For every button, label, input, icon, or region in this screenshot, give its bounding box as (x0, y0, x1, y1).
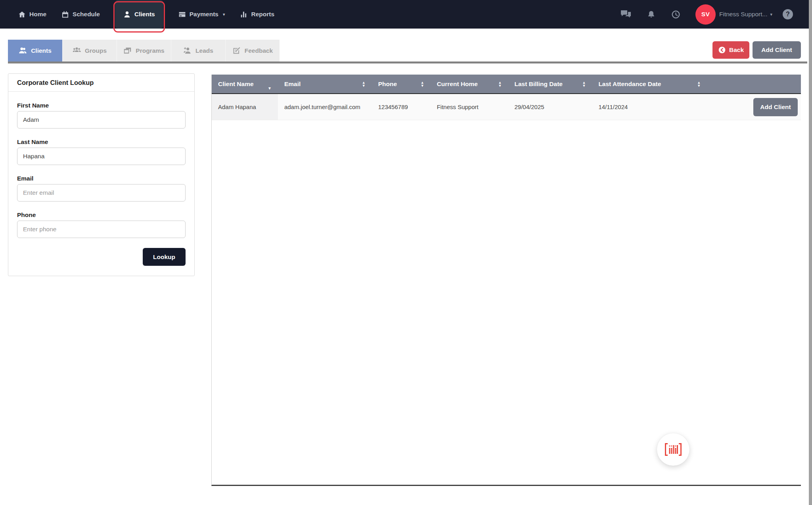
cell-last-attendance-date: 14/11/2024 (592, 94, 707, 120)
back-button-label: Back (729, 46, 744, 54)
corporate-client-lookup-card: Corporate Client Lookup First Name Last … (8, 73, 195, 276)
nav-menu: Home Schedule Clients Payments ▾ Reports (0, 0, 274, 29)
phone-field-group: Phone (17, 211, 186, 238)
phone-input[interactable] (17, 221, 186, 238)
chevron-down-icon: ▾ (223, 12, 225, 17)
back-button[interactable]: Back (712, 41, 749, 59)
cell-actions: Add Client (707, 94, 801, 120)
home-icon (18, 11, 26, 18)
card-body: First Name Last Name Email Phone Lookup (8, 92, 194, 276)
cell-client-name: Adam Hapana (212, 94, 278, 120)
column-header-email[interactable]: Email ▲▼ (278, 75, 372, 93)
edit-note-icon (232, 46, 241, 55)
nav-item-schedule[interactable]: Schedule (61, 11, 100, 18)
person-plus-icon (183, 46, 192, 55)
tabs-divider (8, 61, 807, 63)
help-button[interactable]: ? (783, 9, 793, 19)
column-label: Last Attendance Date (598, 81, 661, 88)
chat-button[interactable] (620, 10, 631, 19)
nav-item-clients[interactable]: Clients (115, 0, 163, 29)
add-client-button-label: Add Client (761, 46, 792, 54)
tab-feedback[interactable]: Feedback (225, 40, 280, 61)
email-field-group: Email (17, 175, 186, 202)
nav-item-label: Reports (251, 11, 274, 18)
cell-last-billing-date: 29/04/2025 (508, 94, 592, 120)
credit-card-icon (178, 11, 186, 18)
sub-tabs: Clients Groups Programs Leads Feedback (8, 40, 280, 61)
cell-email: adam.joel.turner@gmail.com (278, 94, 372, 120)
table-row: Adam Hapana adam.joel.turner@gmail.com 1… (212, 94, 801, 120)
column-header-current-home[interactable]: Current Home ▲▼ (431, 75, 508, 93)
calendar-icon (61, 11, 69, 18)
barcode-scan-icon (664, 443, 682, 456)
column-label: Client Name (218, 81, 254, 88)
first-name-input[interactable] (17, 111, 186, 129)
chat-icon (620, 10, 631, 19)
tab-label: Groups (85, 47, 107, 54)
table-header-row: Client Name ▼ Email ▲▼ Phone ▲▼ Current … (212, 75, 801, 94)
button-row: Lookup (17, 248, 186, 266)
tab-clients[interactable]: Clients (8, 40, 62, 61)
nav-item-label: Schedule (73, 11, 100, 18)
clients-table: Client Name ▼ Email ▲▼ Phone ▲▼ Current … (211, 75, 801, 486)
first-name-field-group: First Name (17, 102, 186, 129)
phone-label: Phone (17, 211, 186, 218)
avatar-initials: SV (701, 11, 710, 18)
row-add-client-button[interactable]: Add Client (753, 98, 798, 116)
tab-label: Leads (195, 47, 213, 54)
last-name-input[interactable] (17, 148, 186, 165)
column-header-actions (707, 75, 801, 93)
sort-icon: ▲▼ (498, 81, 502, 87)
account-name[interactable]: Fitness Support... (719, 11, 767, 18)
email-input[interactable] (17, 184, 186, 202)
bell-icon (647, 10, 655, 19)
column-header-phone[interactable]: Phone ▲▼ (372, 75, 431, 93)
column-header-last-billing-date[interactable]: Last Billing Date ▲▼ (508, 75, 592, 93)
sort-icon: ▲▼ (582, 81, 586, 87)
avatar[interactable]: SV (695, 4, 716, 25)
cell-current-home: Fitness Support (431, 94, 508, 120)
navbar-right: SV Fitness Support... ▾ ? (620, 0, 793, 29)
clock-icon (671, 10, 680, 19)
card-title: Corporate Client Lookup (8, 74, 194, 92)
column-label: Current Home (437, 81, 478, 88)
column-header-client-name[interactable]: Client Name ▼ (212, 75, 278, 93)
scrollbar[interactable] (809, 0, 812, 505)
add-client-button[interactable]: Add Client (753, 41, 801, 59)
column-label: Email (284, 81, 301, 88)
barcode-scan-fab[interactable] (657, 433, 689, 466)
row-add-client-label: Add Client (760, 104, 791, 111)
arrow-circle-left-icon (718, 46, 726, 54)
bar-chart-icon (240, 11, 247, 18)
tab-label: Clients (31, 47, 52, 54)
first-name-label: First Name (17, 102, 186, 109)
group-icon (73, 46, 81, 55)
people-icon (19, 46, 27, 55)
account-chevron-down-icon[interactable]: ▾ (770, 12, 772, 17)
lookup-button[interactable]: Lookup (143, 248, 186, 266)
sort-icon: ▲▼ (697, 81, 701, 87)
nav-item-label: Payments (190, 11, 218, 18)
top-navbar: Home Schedule Clients Payments ▾ Reports (0, 0, 809, 29)
nav-item-home[interactable]: Home (18, 11, 46, 18)
nav-item-label: Home (29, 11, 46, 18)
person-icon (123, 11, 131, 18)
lookup-button-label: Lookup (153, 253, 175, 261)
sort-icon: ▲▼ (421, 81, 424, 87)
column-header-last-attendance-date[interactable]: Last Attendance Date ▲▼ (592, 75, 707, 93)
notifications-button[interactable] (647, 10, 655, 19)
history-button[interactable] (671, 10, 680, 19)
cell-phone: 123456789 (372, 94, 431, 120)
tab-label: Feedback (245, 47, 273, 54)
last-name-label: Last Name (17, 138, 186, 145)
column-label: Phone (378, 81, 397, 88)
nav-item-payments[interactable]: Payments ▾ (178, 11, 225, 18)
windows-icon (123, 46, 132, 55)
tab-leads[interactable]: Leads (171, 40, 225, 61)
tab-label: Programs (136, 47, 164, 54)
column-label: Last Billing Date (515, 81, 563, 88)
tab-groups[interactable]: Groups (62, 40, 117, 61)
nav-item-reports[interactable]: Reports (240, 11, 274, 18)
nav-item-label: Clients (134, 11, 155, 18)
tab-programs[interactable]: Programs (117, 40, 171, 61)
